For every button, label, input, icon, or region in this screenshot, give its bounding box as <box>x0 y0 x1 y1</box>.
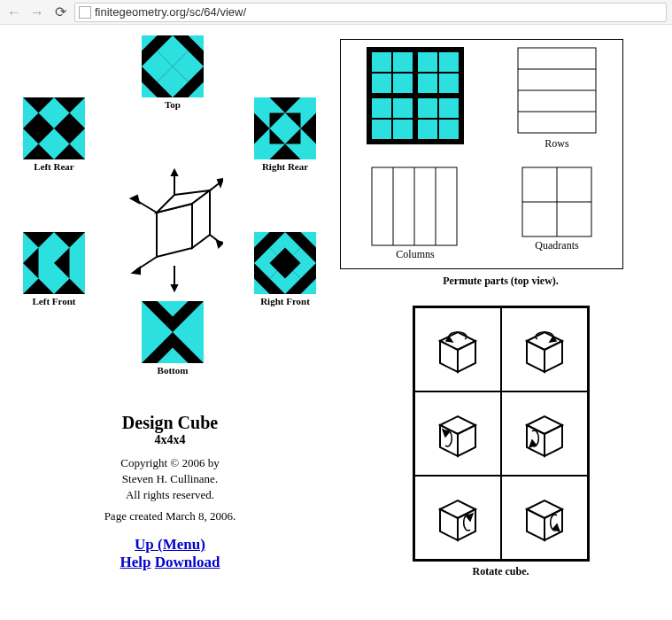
permute-panel: Rows Columns Quadrants <box>340 39 623 269</box>
forward-button[interactable]: → <box>28 4 46 21</box>
svg-rect-79 <box>418 120 437 139</box>
face-right-rear[interactable]: Right Rear <box>254 97 316 172</box>
face-right-front-label: Right Front <box>254 296 316 306</box>
svg-rect-76 <box>439 98 459 118</box>
rotate-right-cw[interactable] <box>501 476 588 560</box>
face-top[interactable]: Top <box>142 35 204 110</box>
svg-rect-70 <box>393 74 413 93</box>
svg-rect-71 <box>418 74 437 93</box>
svg-rect-67 <box>418 52 437 72</box>
face-left-front[interactable]: Left Front <box>23 232 85 306</box>
permute-columns[interactable]: Columns <box>371 167 460 261</box>
face-top-label: Top <box>142 99 204 110</box>
permute-rows[interactable]: Rows <box>517 47 597 151</box>
download-link[interactable]: Download <box>155 554 220 570</box>
svg-marker-35 <box>133 267 140 274</box>
permute-quadrants[interactable]: Quadrants <box>521 167 592 261</box>
svg-marker-31 <box>131 196 139 203</box>
svg-rect-74 <box>393 98 413 118</box>
svg-rect-65 <box>372 52 391 72</box>
svg-rect-75 <box>418 98 437 118</box>
rotate-top-ccw[interactable] <box>414 307 501 391</box>
svg-rect-69 <box>372 74 391 93</box>
face-left-rear-label: Left Rear <box>23 161 85 172</box>
permute-caption: Permute parts (top view). <box>340 275 661 288</box>
face-left-front-label: Left Front <box>23 296 85 306</box>
copyright-line1: Copyright © 2006 by <box>11 456 329 470</box>
up-menu-link[interactable]: Up (Menu) <box>135 536 205 553</box>
svg-rect-66 <box>393 52 413 72</box>
cube-wireframe <box>126 168 223 296</box>
help-link[interactable]: Help <box>120 554 151 570</box>
svg-marker-27 <box>172 170 177 175</box>
reload-button[interactable]: ⟳ <box>51 4 69 21</box>
svg-rect-68 <box>439 52 459 72</box>
rotate-top-cw[interactable] <box>501 307 588 391</box>
rotate-left-ccw[interactable] <box>414 391 501 476</box>
rotate-left-cw[interactable] <box>501 391 588 476</box>
svg-marker-33 <box>218 179 223 186</box>
address-bar[interactable]: finitegeometry.org/sc/64/view/ <box>74 3 667 22</box>
svg-marker-29 <box>172 285 177 291</box>
permute-quadrants-label: Quadrants <box>521 239 592 252</box>
back-button[interactable]: ← <box>5 4 23 21</box>
browser-toolbar: ← → ⟳ finitegeometry.org/sc/64/view/ <box>0 0 672 25</box>
svg-marker-37 <box>217 241 223 247</box>
face-left-rear[interactable]: Left Rear <box>23 97 85 172</box>
url-text: finitegeometry.org/sc/64/view/ <box>95 5 246 19</box>
svg-rect-73 <box>372 98 391 118</box>
face-bottom-label: Bottom <box>142 365 204 376</box>
rotate-caption: Rotate cube. <box>340 565 661 578</box>
copyright-line2: Steven H. Cullinane. <box>11 472 329 486</box>
permute-columns-label: Columns <box>371 248 460 261</box>
cube-faces-layout: Top Left Rear Right Rear <box>11 35 329 407</box>
svg-rect-78 <box>393 120 413 139</box>
permute-grid-4x4[interactable] <box>367 47 464 151</box>
face-right-front[interactable]: Right Front <box>254 232 316 306</box>
copyright-line3: All rights reserved. <box>11 488 329 502</box>
page-created: Page created March 8, 2006. <box>11 509 329 523</box>
page-title: Design Cube <box>11 413 329 433</box>
svg-rect-72 <box>439 74 459 93</box>
rotate-panel <box>413 306 590 562</box>
face-bottom[interactable]: Bottom <box>142 301 204 376</box>
page-subtitle: 4x4x4 <box>11 433 329 447</box>
page-icon <box>79 6 91 19</box>
rotate-right-ccw[interactable] <box>414 476 501 560</box>
svg-rect-80 <box>439 120 459 139</box>
permute-rows-label: Rows <box>517 137 597 151</box>
svg-rect-77 <box>372 120 391 139</box>
face-right-rear-label: Right Rear <box>254 161 316 172</box>
